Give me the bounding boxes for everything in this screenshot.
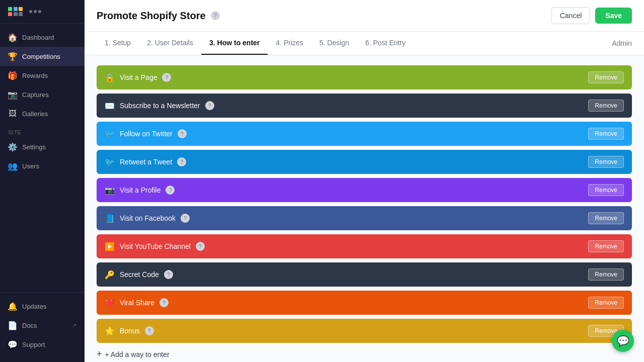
entry-row-label-viral-share: Viral Share xyxy=(120,299,154,307)
sidebar-item-support[interactable]: 💬 Support xyxy=(0,335,85,354)
visit-page-help-icon[interactable]: ? xyxy=(162,73,171,82)
tabs-left: 1. Setup 2. User Details 3. How to enter… xyxy=(97,32,414,55)
docs-icon: 📄 xyxy=(8,321,17,330)
captures-icon: 📷 xyxy=(8,90,17,99)
tab-post-entry[interactable]: 6. Post Entry xyxy=(357,32,414,55)
retweet-icon: 🐦 xyxy=(105,157,115,167)
entry-row-left: 📷 Visit a Profile ? xyxy=(105,186,175,195)
add-section: + + Add a way to enter ✏️Blog⭐Bonus🏷️Cou… xyxy=(97,349,632,362)
visit-facebook-help-icon[interactable]: ? xyxy=(181,214,190,223)
tab-user-details[interactable]: 2. User Details xyxy=(139,32,201,55)
entry-row-left: 🔑 Secret Code ? xyxy=(105,270,173,280)
sidebar-label-dashboard: Dashboard xyxy=(22,34,54,41)
entry-rows: 🔒 Visit a Page ? Remove ✉️ Subscribe to … xyxy=(97,65,632,343)
external-link-icon: ↗ xyxy=(72,322,76,329)
remove-viral-share-button[interactable]: Remove xyxy=(588,297,624,309)
sidebar-label-rewards: Rewards xyxy=(22,72,48,79)
entry-row-left: ✉️ Subscribe to a Newsletter ? xyxy=(105,101,214,111)
updates-icon: 🔔 xyxy=(8,302,17,311)
save-button[interactable]: Save xyxy=(595,8,632,24)
sidebar-item-updates[interactable]: 🔔 Updates xyxy=(0,297,85,316)
facebook-icon: 📘 xyxy=(105,214,115,223)
remove-visit-profile-button[interactable]: Remove xyxy=(588,184,624,196)
entry-row-retweet: 🐦 Retweet a Tweet ? Remove xyxy=(97,150,632,174)
sidebar-item-settings[interactable]: ⚙️ Settings xyxy=(0,137,85,156)
entry-row-label-visit-facebook: Visit on Facebook xyxy=(120,214,176,222)
sidebar-item-users[interactable]: 👥 Users xyxy=(0,156,85,175)
help-icon[interactable]: ? xyxy=(211,11,220,20)
retweet-help-icon[interactable]: ? xyxy=(177,157,186,166)
entry-row-label-bonus: Bonus xyxy=(120,327,140,335)
remove-newsletter-button[interactable]: Remove xyxy=(588,100,624,112)
sidebar-item-galleries[interactable]: 🖼 Galleries xyxy=(0,104,85,123)
remove-secret-code-button[interactable]: Remove xyxy=(588,268,624,281)
entry-row-left: 🐦 Follow on Twitter ? xyxy=(105,129,187,139)
entry-row-visit-profile: 📷 Visit a Profile ? Remove xyxy=(97,178,632,202)
viral-share-help-icon[interactable]: ? xyxy=(159,298,169,307)
fab-button[interactable]: 💬 xyxy=(612,330,634,352)
add-label: + + Add a way to enter xyxy=(97,349,632,359)
newsletter-icon: ✉️ xyxy=(105,101,115,111)
secret-code-help-icon[interactable]: ? xyxy=(164,270,173,279)
entry-row-label-youtube: Visit YouTube Channel xyxy=(120,242,191,250)
visit-page-icon: 🔒 xyxy=(105,73,115,82)
follow-twitter-help-icon[interactable]: ? xyxy=(178,129,187,138)
topbar-left: Promote Shopify Store ? xyxy=(97,10,220,22)
sidebar: 🏠 Dashboard 🏆 Competitions 🎁 Rewards 📷 C… xyxy=(0,0,85,362)
content-area: 🔒 Visit a Page ? Remove ✉️ Subscribe to … xyxy=(85,55,644,362)
sidebar-label-support: Support xyxy=(22,341,45,348)
tab-admin: Admin xyxy=(612,32,632,54)
tab-how-to-enter[interactable]: 3. How to enter xyxy=(201,32,268,55)
add-label-text: + Add a way to enter xyxy=(105,350,170,358)
entry-row-label-newsletter: Subscribe to a Newsletter xyxy=(120,102,200,110)
sidebar-item-dashboard[interactable]: 🏠 Dashboard xyxy=(0,28,85,47)
instagram-icon: 📷 xyxy=(105,186,115,195)
entry-row-visit-page: 🔒 Visit a Page ? Remove xyxy=(97,65,632,89)
settings-icon: ⚙️ xyxy=(8,142,17,151)
visit-profile-help-icon[interactable]: ? xyxy=(166,186,175,195)
bonus-help-icon[interactable]: ? xyxy=(145,326,154,335)
sidebar-item-docs[interactable]: 📄 Docs ↗ xyxy=(0,316,85,335)
bonus-icon: ⭐ xyxy=(105,326,115,336)
youtube-help-icon[interactable]: ? xyxy=(196,242,205,251)
entry-row-follow-twitter: 🐦 Follow on Twitter ? Remove xyxy=(97,122,632,146)
remove-visit-page-button[interactable]: Remove xyxy=(588,71,624,83)
remove-retweet-button[interactable]: Remove xyxy=(588,156,624,168)
newsletter-help-icon[interactable]: ? xyxy=(205,101,214,110)
competitions-icon: 🏆 xyxy=(8,52,17,61)
remove-follow-twitter-button[interactable]: Remove xyxy=(588,128,624,140)
topbar-right: Cancel Save xyxy=(551,7,632,24)
entry-row-label-visit-page: Visit a Page xyxy=(120,73,157,81)
entry-row-newsletter: ✉️ Subscribe to a Newsletter ? Remove xyxy=(97,94,632,118)
entry-row-left: 📘 Visit on Facebook ? xyxy=(105,214,190,223)
sidebar-item-rewards[interactable]: 🎁 Rewards xyxy=(0,66,85,85)
youtube-icon: ▶️ xyxy=(105,242,115,251)
tabs-bar: 1. Setup 2. User Details 3. How to enter… xyxy=(85,32,644,55)
tab-setup[interactable]: 1. Setup xyxy=(97,32,139,55)
support-icon: 💬 xyxy=(8,340,17,349)
entry-row-bonus: ⭐ Bonus ? Remove xyxy=(97,319,632,343)
sidebar-item-competitions[interactable]: 🏆 Competitions xyxy=(0,47,85,66)
sidebar-label-settings: Settings xyxy=(22,143,46,151)
tab-prizes[interactable]: 4. Prizes xyxy=(268,32,311,55)
tab-design[interactable]: 5. Design xyxy=(311,32,357,55)
page-title: Promote Shopify Store xyxy=(97,10,206,22)
entry-row-label-retweet: Retweet a Tweet xyxy=(120,158,172,166)
entry-row-left: ❤️ Viral Share ? xyxy=(105,298,169,308)
entry-row-label-follow-twitter: Follow on Twitter xyxy=(120,130,173,138)
sidebar-label-galleries: Galleries xyxy=(22,110,48,118)
entry-row-label-visit-profile: Visit a Profile xyxy=(120,186,160,194)
entry-row-left: 🐦 Retweet a Tweet ? xyxy=(105,157,186,167)
sidebar-item-captures[interactable]: 📷 Captures xyxy=(0,85,85,104)
cancel-button[interactable]: Cancel xyxy=(551,7,591,24)
secret-code-icon: 🔑 xyxy=(105,270,115,280)
viral-share-icon: ❤️ xyxy=(105,298,115,308)
sidebar-label-competitions: Competitions xyxy=(22,53,60,60)
remove-youtube-button[interactable]: Remove xyxy=(588,240,624,252)
sidebar-label-captures: Captures xyxy=(22,91,49,99)
entry-row-viral-share: ❤️ Viral Share ? Remove xyxy=(97,291,632,315)
sidebar-label-updates: Updates xyxy=(22,303,46,310)
remove-visit-facebook-button[interactable]: Remove xyxy=(588,212,624,224)
entry-row-secret-code: 🔑 Secret Code ? Remove xyxy=(97,262,632,287)
entry-row-youtube: ▶️ Visit YouTube Channel ? Remove xyxy=(97,234,632,258)
